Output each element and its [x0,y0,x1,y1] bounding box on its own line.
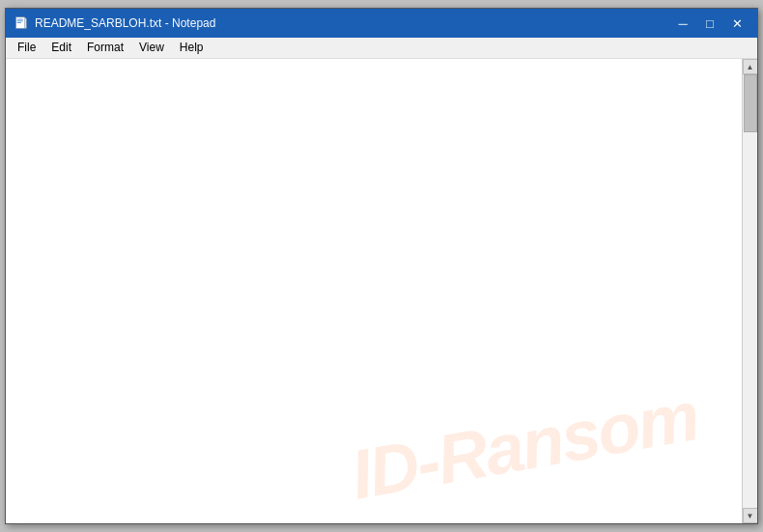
scroll-up-arrow[interactable]: ▲ [743,59,758,74]
close-button[interactable]: ✕ [724,14,749,33]
maximize-button[interactable]: □ [697,14,722,33]
minimize-button[interactable]: ─ [670,14,695,33]
menu-edit[interactable]: Edit [43,40,79,56]
scroll-track[interactable] [743,74,757,508]
menu-help[interactable]: Help [172,40,212,56]
menu-file[interactable]: File [10,40,43,56]
svg-marker-5 [25,17,27,28]
text-editor[interactable] [6,59,742,523]
window-controls: ─ □ ✕ [670,14,749,33]
scrollbar[interactable]: ▲ ▼ [742,59,757,523]
menu-view[interactable]: View [131,40,172,56]
svg-rect-2 [17,20,23,21]
notepad-icon [14,15,29,31]
menu-bar: File Edit Format View Help [6,38,757,59]
window-title: README_SARBLOH.txt - Notepad [35,16,670,30]
menu-format[interactable]: Format [79,40,131,56]
svg-rect-1 [17,19,23,20]
title-bar: README_SARBLOH.txt - Notepad ─ □ ✕ [6,9,757,38]
notepad-window: README_SARBLOH.txt - Notepad ─ □ ✕ File … [5,8,758,524]
content-area: ▲ ▼ ID-Ransom [6,59,757,523]
scroll-thumb[interactable] [744,74,757,132]
scroll-down-arrow[interactable]: ▼ [743,508,758,523]
svg-rect-3 [17,22,21,23]
